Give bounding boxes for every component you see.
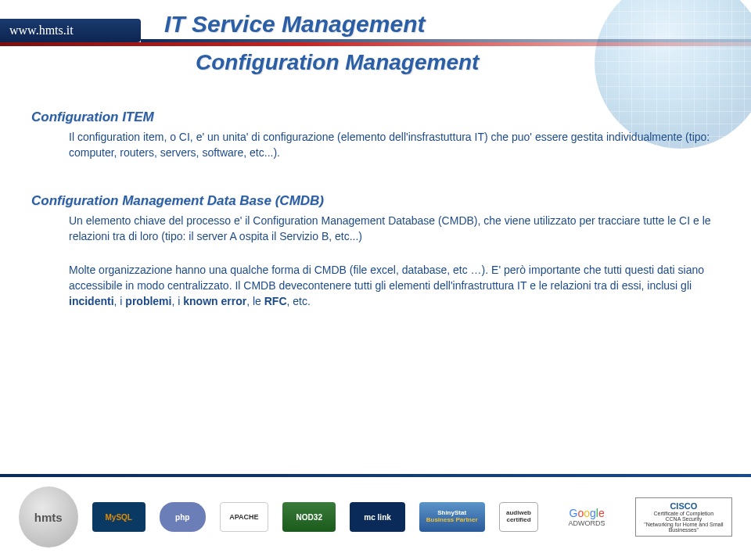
apache-logo: APACHE bbox=[220, 502, 269, 532]
cisco-l3: "Networking for Home and Small Businesse… bbox=[639, 522, 728, 533]
page-header: www.hmts.it IT Service Management Config… bbox=[0, 0, 751, 109]
aud-line2: certified bbox=[506, 517, 530, 524]
shinystat-logo: ShinyStat Business Partner bbox=[419, 502, 485, 532]
mclink-logo: mc link bbox=[350, 502, 404, 532]
subtitle: Configuration Management bbox=[196, 50, 479, 75]
section2-para2: Molte organizzazione hanno una qualche f… bbox=[69, 263, 720, 309]
section2-title: Configuration Management Data Base (CMDB… bbox=[31, 193, 720, 209]
sep1: , i bbox=[114, 295, 126, 307]
bold-problemi: problemi bbox=[125, 295, 171, 307]
audiweb-logo: audiweb certified bbox=[499, 502, 539, 532]
section1-body: Il configuration item, o CI, e' un unita… bbox=[69, 130, 720, 160]
hmts-logo-icon bbox=[19, 486, 78, 547]
logo-row: MySQL php APACHE NOD32 mc link ShinyStat… bbox=[0, 486, 751, 547]
google-text: Google bbox=[552, 507, 620, 519]
bold-known-error: known error bbox=[183, 295, 246, 307]
cisco-l1: Certificate of Completion bbox=[639, 511, 728, 516]
mysql-logo: MySQL bbox=[92, 502, 146, 532]
shiny-line2: Business Partner bbox=[426, 517, 478, 524]
cisco-l2: CCNA Security bbox=[639, 516, 728, 522]
bold-incidenti: incidenti bbox=[69, 295, 114, 307]
footer-divider bbox=[0, 474, 751, 477]
site-url-bar: www.hmts.it bbox=[0, 19, 141, 42]
sep4: , etc. bbox=[287, 295, 311, 307]
content-area: Configuration ITEM Il configuration item… bbox=[0, 109, 751, 328]
nod32-logo: NOD32 bbox=[282, 502, 336, 532]
php-logo: php bbox=[160, 502, 206, 532]
section2-para1: Un elemento chiave del processo e' il Co… bbox=[69, 214, 720, 244]
para2-text: Molte organizzazione hanno una qualche f… bbox=[69, 264, 704, 292]
sep3: , le bbox=[246, 295, 264, 307]
sep2: , i bbox=[171, 295, 183, 307]
cisco-brand: CISCO bbox=[670, 501, 697, 511]
section1-title: Configuration ITEM bbox=[31, 109, 720, 125]
bold-rfc: RFC bbox=[264, 295, 287, 307]
footer: MySQL php APACHE NOD32 mc link ShinyStat… bbox=[0, 474, 751, 560]
main-title: IT Service Management bbox=[164, 11, 425, 38]
adwords-text: ADWORDS bbox=[552, 519, 620, 527]
red-divider bbox=[0, 42, 751, 46]
google-adwords-logo: Google ADWORDS bbox=[552, 507, 620, 527]
cisco-cert-logo: CISCO Certificate of Completion CCNA Sec… bbox=[635, 497, 732, 537]
